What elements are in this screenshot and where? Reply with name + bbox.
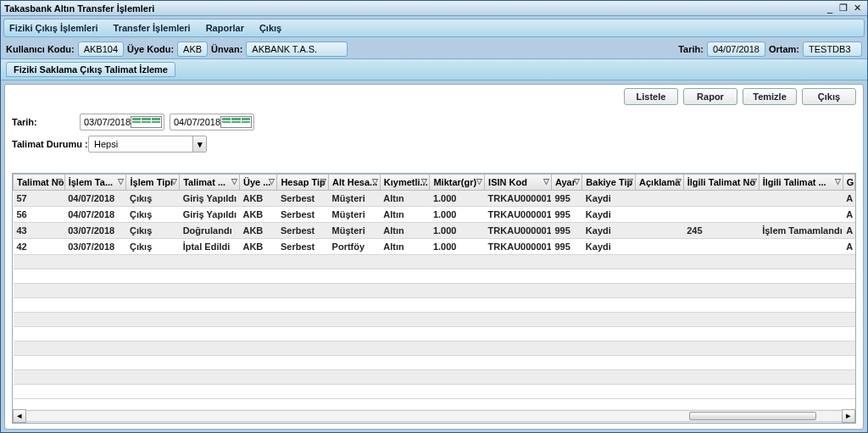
- table-row[interactable]: 5604/07/2018ÇıkışGiriş YapıldıAKBSerbest…: [14, 207, 855, 223]
- subtab[interactable]: Fiziki Saklama Çıkış Talimat İzleme: [6, 62, 175, 77]
- cell: Çıkış: [126, 239, 180, 255]
- scroll-left-arrow[interactable]: ◂: [13, 409, 26, 423]
- col-islem-ta[interactable]: İşlem Ta...▽: [64, 175, 126, 191]
- col-ayar[interactable]: Ayar▽: [551, 175, 581, 191]
- unvan-value: AKBANK T.A.S.: [246, 42, 348, 57]
- menu-bar: Fiziki Çıkış İşlemleri Transfer İşlemler…: [3, 19, 865, 37]
- cell: Altın: [380, 191, 430, 207]
- cell: 04/07/2018: [64, 207, 126, 223]
- data-table[interactable]: Talimat No▽ İşlem Ta...▽ İşlem Tipi▽ Tal…: [13, 174, 855, 399]
- cell: 42: [14, 239, 65, 255]
- cell: 04/07/2018: [64, 191, 126, 207]
- table-row: [14, 385, 855, 399]
- cell: Müşteri: [329, 191, 381, 207]
- filter-icon[interactable]: ▽: [231, 177, 237, 186]
- col-ilgili-no[interactable]: İlgili Talimat No▽: [683, 175, 759, 191]
- table-row[interactable]: 4303/07/2018ÇıkışDoğrulandıAKBSerbestMüş…: [14, 223, 855, 239]
- tarih-label: Tarih:: [678, 44, 704, 54]
- cell: Serbest: [277, 207, 329, 223]
- durum-combo[interactable]: Hepsi ▾: [88, 136, 207, 153]
- kullanici-label: Kullanıcı Kodu:: [6, 44, 75, 54]
- col-isin[interactable]: ISIN Kod▽: [485, 175, 552, 191]
- cell: 43: [14, 223, 65, 239]
- scroll-track[interactable]: [26, 410, 842, 422]
- table-row: [14, 370, 855, 385]
- cikis-button[interactable]: Çıkış: [802, 88, 856, 105]
- cell: TRKAU000001: [485, 191, 552, 207]
- listele-button[interactable]: Listele: [624, 88, 678, 105]
- calendar-icon[interactable]: [220, 116, 252, 128]
- col-ilgili-talimat[interactable]: İlgili Talimat ...▽: [759, 175, 843, 191]
- filter-icon[interactable]: ▽: [751, 177, 757, 186]
- col-kiymetli[interactable]: Kıymetli...▽: [380, 175, 430, 191]
- kullanici-value: AKB104: [78, 42, 124, 57]
- col-uye[interactable]: Üye ...▽: [239, 175, 276, 191]
- maximize-icon[interactable]: ❐: [837, 3, 850, 14]
- rapor-button[interactable]: Rapor: [683, 88, 737, 105]
- col-aciklama[interactable]: Açıklama▽: [636, 175, 684, 191]
- column-header-row: Talimat No▽ İşlem Ta...▽ İşlem Tipi▽ Tal…: [14, 175, 855, 191]
- col-miktar[interactable]: Miktar(gr)▽: [430, 175, 485, 191]
- cell: 03/07/2018: [64, 223, 126, 239]
- col-hesap-tip[interactable]: Hesap Tip▽: [277, 175, 329, 191]
- chevron-down-icon[interactable]: ▾: [192, 136, 206, 152]
- filter-icon[interactable]: ▽: [171, 177, 177, 186]
- close-icon[interactable]: ✕: [850, 3, 864, 14]
- col-islem-tipi[interactable]: İşlem Tipi▽: [126, 175, 180, 191]
- filter-icon[interactable]: ▽: [118, 177, 124, 186]
- col-g[interactable]: G: [843, 175, 854, 191]
- cell: [759, 239, 843, 255]
- col-alt-hesa[interactable]: Alt Hesa...▽: [329, 175, 381, 191]
- filter-icon[interactable]: ▽: [269, 177, 275, 186]
- filter-icon[interactable]: ▽: [627, 177, 633, 186]
- col-bakiye[interactable]: Bakiye Tip▽: [582, 175, 636, 191]
- cell: İşlem Tamamlandı: [759, 223, 843, 239]
- cell: 1.000: [430, 223, 485, 239]
- table-row[interactable]: 5704/07/2018ÇıkışGiriş YapıldıAKBSerbest…: [14, 191, 855, 207]
- filter-icon[interactable]: ▽: [676, 177, 682, 186]
- date-from-input[interactable]: 03/07/2018: [80, 114, 164, 130]
- main-panel: Listele Rapor Temizle Çıkış Tarih: 03/07…: [4, 84, 864, 430]
- cell: 995: [551, 223, 581, 239]
- col-talimat[interactable]: Talimat ...▽: [180, 175, 240, 191]
- cell: 995: [551, 239, 581, 255]
- scroll-right-arrow[interactable]: ▸: [842, 409, 855, 423]
- grid: Talimat No▽ İşlem Ta...▽ İşlem Tipi▽ Tal…: [12, 173, 856, 424]
- menu-transfer[interactable]: Transfer İşlemleri: [114, 23, 191, 33]
- filter-icon[interactable]: ▽: [476, 177, 482, 186]
- cell: 03/07/2018: [64, 239, 126, 255]
- minimize-icon[interactable]: _: [823, 3, 837, 14]
- table-row[interactable]: 4203/07/2018Çıkışİptal EdildiAKBSerbestP…: [14, 239, 855, 255]
- cell: Müşteri: [329, 223, 381, 239]
- filter-icon[interactable]: ▽: [543, 177, 549, 186]
- calendar-icon[interactable]: [131, 116, 162, 128]
- cell: TRKAU000001: [485, 207, 552, 223]
- horizontal-scrollbar[interactable]: ◂ ▸: [13, 409, 855, 423]
- menu-cikis[interactable]: Çıkış: [259, 23, 281, 33]
- filter-icon[interactable]: ▽: [320, 177, 326, 186]
- scroll-thumb[interactable]: [689, 412, 816, 420]
- filter-icon[interactable]: ▽: [57, 177, 63, 186]
- menu-fiziki-cikis[interactable]: Fiziki Çıkış İşlemleri: [9, 23, 98, 33]
- cell: AKB: [239, 191, 276, 207]
- info-bar: Kullanıcı Kodu: AKB104 Üye Kodu: AKB Ünv…: [1, 40, 867, 58]
- table-row: [14, 298, 855, 313]
- cell: Çıkış: [126, 223, 180, 239]
- cell: [636, 223, 684, 239]
- filter-icon[interactable]: ▽: [574, 177, 580, 186]
- unvan-label: Ünvan:: [211, 44, 242, 54]
- filter-icon[interactable]: ▽: [372, 177, 378, 186]
- cell: 995: [551, 191, 581, 207]
- filter-icon[interactable]: ▽: [835, 177, 841, 186]
- cell: [759, 191, 843, 207]
- date-to-input[interactable]: 04/07/2018: [170, 114, 254, 130]
- cell: [683, 239, 759, 255]
- cell: Doğrulandı: [180, 223, 240, 239]
- temizle-button[interactable]: Temizle: [743, 88, 797, 105]
- cell: 245: [683, 223, 759, 239]
- uye-value: AKB: [177, 42, 208, 57]
- menu-raporlar[interactable]: Raporlar: [206, 23, 244, 33]
- filter-icon[interactable]: ▽: [421, 177, 427, 186]
- cell: Kaydi: [582, 239, 636, 255]
- col-talimat-no[interactable]: Talimat No▽: [14, 175, 65, 191]
